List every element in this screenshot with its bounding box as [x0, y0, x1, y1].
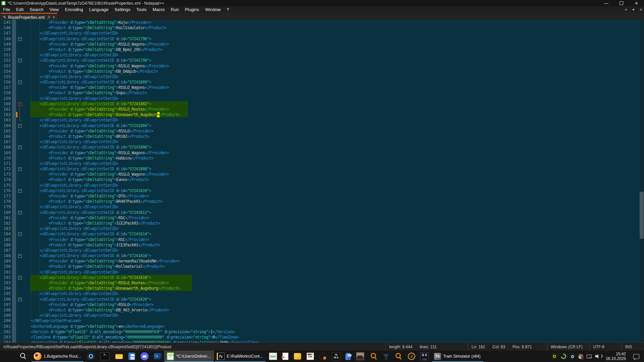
ucd-tool-button[interactable]: UCD [418, 351, 431, 362]
menu-item-plugins[interactable]: Plugins [182, 6, 202, 13]
tab-label: RouteProperties.xml [8, 15, 45, 20]
notification-center-button[interactable] [629, 351, 644, 362]
menu-item-view[interactable]: View [47, 6, 62, 13]
green-tray-icon[interactable] [560, 353, 567, 360]
code-text: <Product d:type="cDeltaString">DB_463_Ar… [22, 307, 169, 313]
tab-close-icon[interactable]: × [53, 15, 55, 20]
steam-button[interactable] [84, 351, 98, 362]
minimize-button[interactable]: — [599, 0, 614, 6]
encoding[interactable]: UTF-8 [593, 345, 604, 349]
cursor-pos: Pos: 6.871 [513, 345, 532, 349]
dark-disc-tool-button[interactable] [317, 351, 329, 362]
network-display-tray-icon[interactable] [587, 355, 592, 358]
fold-toggle-icon[interactable] [18, 167, 22, 171]
menu-item-language[interactable]: Language [86, 6, 112, 13]
security-tray-icon[interactable] [578, 354, 583, 359]
code-line: 179 </iBlueprintLibrary-cBlueprintSetID> [0, 204, 644, 209]
nvidia-tray-icon[interactable] [551, 353, 557, 359]
line-number: 150 [0, 47, 11, 52]
menu-item-edit[interactable]: Edit [13, 6, 26, 13]
docconvert-icon [282, 353, 288, 360]
screen: *C:\Users\Online\AppData\Local\Temp\7zO4… [0, 0, 644, 362]
steam-tray-icon[interactable] [570, 354, 575, 359]
fold-toggle-icon[interactable] [18, 189, 22, 193]
task-train-simulator[interactable]: TSTrain Simulator (x64) [431, 351, 484, 362]
file-explorer-button[interactable] [112, 351, 126, 362]
eol-format[interactable]: Windows (CR LF) [551, 345, 583, 349]
code-line: 171 </iBlueprintLibrary-cBlueprintSetID> [0, 161, 644, 166]
insert-mode[interactable]: INS [625, 345, 632, 349]
fold-toggle-icon[interactable] [18, 59, 22, 62]
vertical-scrollbar[interactable] [639, 20, 644, 343]
line-number: 151 [0, 52, 11, 58]
menu-item-encoding[interactable]: Encoding [62, 6, 86, 13]
fold-toggle-icon[interactable] [18, 254, 22, 258]
fold-toggle-icon[interactable] [18, 80, 22, 84]
tab-list-button[interactable]: ▼ [632, 8, 635, 11]
task-7zip[interactable]: 7zE:\RailWorks\Cont... [214, 351, 266, 362]
funnel-tool-button[interactable] [380, 351, 392, 362]
db-br-tool-button[interactable]: DB [304, 351, 317, 362]
code-text: <Product d:type="cDeltaString">BR182</Pr… [22, 134, 149, 139]
status-bar: /cRouteProperties/RBlueprintSetPreLoad/i… [0, 343, 644, 351]
line-number: 161 [0, 107, 11, 112]
resize-grip[interactable]: ⋰ [638, 343, 644, 351]
code-text: <iBlueprintLibrary-cBlueprintSetID d:id=… [22, 188, 151, 193]
calculator-button[interactable] [126, 351, 138, 362]
fold-toggle-icon[interactable] [18, 276, 22, 280]
scrollbar-thumb[interactable] [640, 192, 644, 239]
task-firefox[interactable]: 1.Bulgarische Rout... [31, 351, 84, 362]
new-tab-button[interactable]: + [625, 7, 627, 12]
line-number: 185 [0, 237, 11, 242]
volume-tray-icon[interactable] [595, 353, 601, 359]
line-number: 147 [0, 31, 11, 36]
notepadpp-app-icon [1, 1, 6, 5]
close-doc-button[interactable]: × [640, 7, 642, 12]
windows-logo-icon [4, 353, 11, 360]
menu-item-file[interactable]: File [0, 6, 13, 13]
search-tool-button[interactable] [367, 351, 380, 362]
search-tool-2-button[interactable] [392, 351, 405, 362]
s-badge-button[interactable]: S [405, 351, 418, 362]
rw-tools-button[interactable] [291, 351, 304, 362]
doc-converter-button[interactable] [280, 351, 291, 362]
menu-item-tools[interactable]: Tools [133, 6, 150, 13]
fold-toggle-icon[interactable] [18, 145, 22, 149]
ts-dls-button[interactable]: TS DLS [329, 351, 343, 362]
menu-item-search[interactable]: Search [26, 6, 46, 13]
menu-bar: FileEditSearchViewEncodingLanguageSettin… [0, 6, 644, 13]
start-button[interactable] [0, 351, 15, 362]
train-tool-button[interactable] [343, 351, 354, 362]
menu-item-settings[interactable]: Settings [112, 6, 133, 13]
fold-toggle-icon[interactable] [18, 298, 22, 301]
maximize-button[interactable] [614, 0, 629, 6]
fold-toggle-icon[interactable] [18, 211, 22, 215]
task-notepad-plus-plus[interactable]: *C:\Users\Online\... [164, 351, 214, 362]
menu-item-macro[interactable]: Macro [150, 6, 168, 13]
line-number: 178 [0, 199, 11, 204]
discord-button[interactable] [138, 351, 151, 362]
taskbar-clock[interactable]: 15:42 16.10.2025 [603, 351, 629, 362]
fold-toggle-icon[interactable] [18, 102, 22, 106]
taskbar-search-button[interactable] [15, 351, 31, 362]
editor-pane[interactable]: 145 <Provider d:type="cDeltaString">Kuju… [0, 20, 644, 343]
code-text: </iBlueprintLibrary-cBlueprintSetID> [22, 139, 118, 144]
code-text: <iBlueprintLibrary-cBlueprintSetID d:id=… [22, 297, 151, 302]
fold-toggle-icon[interactable] [18, 232, 22, 236]
hxd-button[interactable]: HxD [266, 351, 280, 362]
code-line: 174 <Product d:type="cDeltaString">Eanos… [0, 177, 644, 182]
menu-item-window[interactable]: Window [202, 6, 224, 13]
pin-icon[interactable] [47, 15, 51, 19]
command-prompt-button[interactable]: >_ [98, 351, 112, 362]
menu-item-[interactable]: ? [224, 6, 232, 13]
code-line: 168 <iBlueprintLibrary-cBlueprintSetID d… [0, 144, 644, 150]
code-text: <Product d:type="cDeltaString">RailSimul… [22, 25, 167, 31]
close-button[interactable]: ✕ [629, 0, 644, 6]
fold-toggle-icon[interactable] [18, 37, 22, 41]
loco-photo-button[interactable] [354, 351, 367, 362]
fold-toggle-icon[interactable] [18, 124, 22, 128]
line-number: 195 [0, 291, 11, 296]
line-number: 194 [0, 286, 11, 291]
powershell-button[interactable]: >_ [151, 351, 164, 362]
menu-item-run[interactable]: Run [168, 6, 182, 13]
